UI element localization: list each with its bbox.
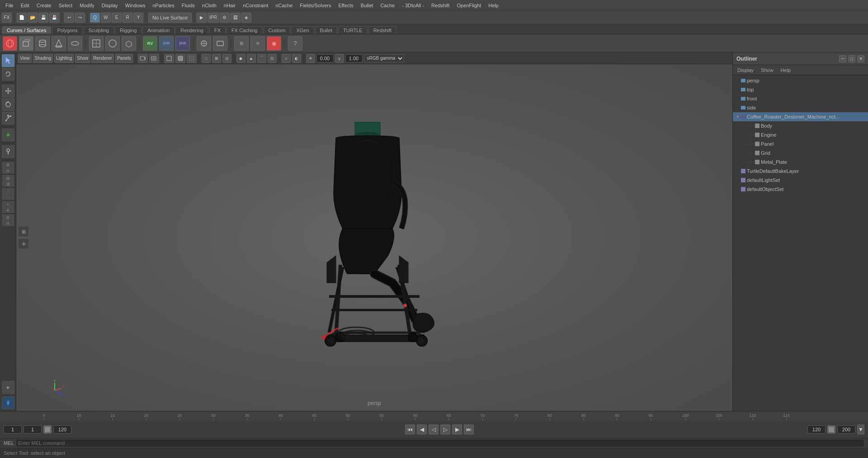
- outliner-item-default-object-set[interactable]: defaultObjectSet: [733, 185, 868, 194]
- shelf-icon-rv-btn[interactable]: RV: [143, 36, 157, 51]
- shelf-icon-extrude[interactable]: [122, 36, 136, 51]
- vp-shading-menu[interactable]: Shading: [33, 54, 53, 63]
- vp-wireframe-btn[interactable]: [164, 54, 174, 63]
- outliner-item-panel[interactable]: Panel: [733, 139, 868, 148]
- vp-show-menu[interactable]: Show: [75, 54, 90, 63]
- lasso-select-tool[interactable]: [2, 68, 14, 81]
- fx-dropdown[interactable]: FX: [2, 13, 12, 23]
- menu-effects[interactable]: Effects: [335, 2, 357, 9]
- outliner-maximize-btn[interactable]: □: [848, 55, 855, 62]
- shelf-icon-deform[interactable]: ≋: [250, 36, 265, 51]
- view-tool-1[interactable]: ⊞: [2, 162, 14, 167]
- shelf-tab-fx[interactable]: FX: [209, 26, 226, 34]
- redo-btn[interactable]: ↪: [75, 13, 85, 23]
- shelf-tab-animation[interactable]: Animation: [142, 26, 175, 34]
- outliner-tab-show[interactable]: Show: [758, 67, 776, 74]
- goto-start-btn[interactable]: ⏮: [405, 425, 415, 434]
- shelf-tab-curves-surfaces[interactable]: Curves / Surfaces: [2, 26, 51, 34]
- shelf-tab-fx-caching[interactable]: FX Caching: [226, 26, 262, 34]
- open-scene-btn[interactable]: 📂: [28, 13, 38, 23]
- scale-tool-btn[interactable]: R: [123, 13, 132, 23]
- vp-exposure-value[interactable]: [316, 54, 334, 62]
- outliner-item-top[interactable]: top: [733, 85, 868, 94]
- outliner-item-body[interactable]: Body: [733, 121, 868, 130]
- outliner-item-persp[interactable]: persp: [733, 76, 868, 85]
- layout-tool-2[interactable]: ▥: [2, 181, 14, 186]
- move-tool-left[interactable]: [2, 85, 14, 97]
- vp-bbox-btn[interactable]: □: [202, 54, 211, 63]
- shelf-tab-custom[interactable]: Custom: [264, 26, 291, 34]
- new-scene-btn[interactable]: 📄: [17, 13, 27, 23]
- viewport-3d[interactable]: ⊞ ✛ persp X Y Z: [16, 64, 732, 411]
- move-tool-btn[interactable]: W: [101, 13, 111, 23]
- no-live-surface-btn[interactable]: No Live Surface: [148, 13, 192, 23]
- vp-renderer-menu[interactable]: Renderer: [91, 54, 114, 63]
- menu-modify[interactable]: Modify: [76, 2, 98, 9]
- select-tool[interactable]: [2, 54, 14, 67]
- render-settings-btn[interactable]: ⚙: [220, 13, 230, 23]
- shelf-icon-cage[interactable]: ⊞: [234, 36, 249, 51]
- outliner-item-turtle-bake[interactable]: TurtleDefaultBakeLayer: [733, 167, 868, 176]
- vp-smooth-btn[interactable]: [175, 54, 185, 63]
- fluid-tool[interactable]: [2, 396, 14, 409]
- rotate-tool-btn[interactable]: E: [112, 13, 122, 23]
- timeline-start-frame[interactable]: [4, 425, 22, 434]
- vp-cam-1[interactable]: [138, 54, 148, 63]
- menu-cache[interactable]: Cache: [377, 2, 398, 9]
- outliner-close-btn[interactable]: ✕: [857, 55, 864, 62]
- outliner-item-side[interactable]: side: [733, 103, 868, 112]
- menu-file[interactable]: File: [2, 2, 17, 9]
- shelf-icon-ipr-btn[interactable]: IPR: [159, 36, 174, 51]
- select-tool-btn[interactable]: Q: [90, 13, 100, 23]
- ipr-btn[interactable]: IPR: [208, 13, 219, 23]
- snap-tool-1[interactable]: ⋮: [2, 188, 14, 194]
- timeline-ruler[interactable]: 5 10 15 20 25 30: [0, 411, 868, 421]
- outliner-minimize-btn[interactable]: ─: [839, 55, 846, 62]
- menu-redshift[interactable]: Redshift: [428, 2, 453, 9]
- menu-nhair[interactable]: nHair: [220, 2, 239, 9]
- layout-tool-1[interactable]: ▤: [2, 175, 14, 181]
- vp-panels-menu[interactable]: Panels: [115, 54, 133, 63]
- view-tool-2[interactable]: ⊟: [2, 168, 14, 173]
- outliner-item-default-light-set[interactable]: defaultLightSet: [733, 176, 868, 185]
- outliner-item-grid[interactable]: Grid: [733, 148, 868, 157]
- add-tool-btn[interactable]: +: [2, 381, 14, 394]
- menu-fields-solvers[interactable]: Fields/Solvers: [296, 2, 335, 9]
- vp-grid-toggle[interactable]: ⊞: [18, 226, 29, 237]
- outliner-tab-display[interactable]: Display: [735, 67, 756, 74]
- shelf-icon-nurbs-cube[interactable]: [19, 36, 33, 51]
- timeline-playback-start[interactable]: [807, 425, 826, 434]
- shelf-icon-nurbs-sphere[interactable]: [3, 36, 17, 51]
- shelf-icon-help[interactable]: ?: [288, 36, 302, 51]
- vp-all-btn[interactable]: ◆: [236, 54, 245, 63]
- play-fwd-btn[interactable]: ▷: [440, 425, 450, 434]
- render-current-btn[interactable]: ▶: [197, 13, 207, 23]
- vp-camera-btn[interactable]: ◎: [222, 54, 231, 63]
- shelf-tab-turtle[interactable]: TURTLE: [338, 26, 368, 34]
- shelf-tab-rendering[interactable]: Rendering: [175, 26, 208, 34]
- shelf-icon-render-btn[interactable]: IPR: [175, 36, 190, 51]
- vp-poly-btn[interactable]: ▲: [247, 54, 256, 63]
- vp-cam-2[interactable]: [149, 54, 159, 63]
- menu-create[interactable]: Create: [33, 2, 55, 9]
- shelf-icon-nurbs-cylinder[interactable]: [35, 36, 50, 51]
- shelf-icon-polygon-plane[interactable]: [89, 36, 104, 51]
- vp-gamma-value[interactable]: [345, 54, 363, 62]
- shelf-icon-snap[interactable]: [197, 36, 211, 51]
- vp-axis-toggle[interactable]: ✛: [18, 239, 29, 249]
- menu-openflight[interactable]: OpenFlight: [453, 2, 485, 9]
- menu-bullet[interactable]: Bullet: [357, 2, 377, 9]
- timeline-playback-end[interactable]: [837, 425, 855, 434]
- extra-tool-1[interactable]: ⊞: [2, 215, 14, 220]
- outliner-item-engine[interactable]: Engine: [733, 130, 868, 139]
- prev-frame-btn[interactable]: ◀: [417, 425, 427, 434]
- timeline-current-frame-1[interactable]: [24, 425, 42, 434]
- misc-tool-2[interactable]: ⊕: [2, 207, 14, 213]
- vp-lights-btn[interactable]: ☼: [282, 54, 291, 63]
- shelf-icon-render2[interactable]: [213, 36, 227, 51]
- vp-shadows-btn[interactable]: ◐: [292, 54, 301, 63]
- render-view-btn[interactable]: 🖼: [231, 13, 241, 23]
- vp-nurbs-btn[interactable]: ⌒: [257, 54, 266, 63]
- paint-tool-left[interactable]: [2, 145, 14, 158]
- outliner-item-coffee-roaster[interactable]: ▼ Coffee_Roaster_Destoner_Machine_nct...: [733, 112, 868, 121]
